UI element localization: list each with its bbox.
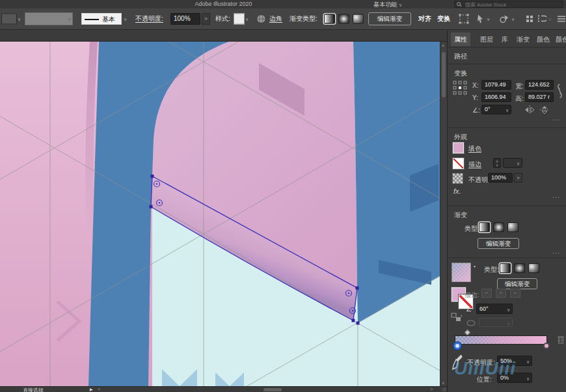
hscroll-left-icon[interactable]: < <box>98 386 101 392</box>
fx-button[interactable]: fx. <box>453 187 461 195</box>
stop-position-select[interactable]: 0% ∨ <box>497 372 532 383</box>
appearance-opacity-spinner[interactable]: > <box>514 173 522 183</box>
scroll-down-icon[interactable]: ∨ <box>442 380 444 385</box>
gradient-type-radial-button[interactable] <box>493 222 504 232</box>
gradient-angle-select[interactable]: 60° ∨ <box>476 304 513 314</box>
stroke-weight-stepper[interactable]: ∧ ∨ <box>493 158 501 168</box>
stroke-color-swatch[interactable] <box>453 158 464 169</box>
opacity-link[interactable]: 不透明度: <box>135 14 163 23</box>
height-input[interactable]: 89.027 r <box>525 92 554 102</box>
chevron-down-icon: ∨ <box>507 307 510 312</box>
artwork <box>0 42 440 386</box>
stroke-link[interactable]: 描边 <box>468 160 481 169</box>
gradient-type-linear-button[interactable] <box>479 222 490 232</box>
fill-swatch-dropdown[interactable] <box>1 14 17 25</box>
tab-properties[interactable]: 属性 <box>451 33 470 46</box>
style-swatch[interactable] <box>234 14 245 25</box>
recolor-artwork-icon[interactable] <box>500 14 509 24</box>
chevron-down-icon[interactable]: ∨ <box>245 17 249 21</box>
gradient-preview-swatch[interactable] <box>451 263 471 282</box>
gradient-type-linear-button[interactable] <box>324 14 335 24</box>
width-input[interactable]: 124.652 <box>525 80 554 90</box>
fill-link[interactable]: 填色 <box>468 144 481 153</box>
opacity-input[interactable]: 100% <box>170 13 200 25</box>
tab-layers[interactable]: 图层 <box>477 33 496 46</box>
variable-width-profile[interactable]: ∨ <box>25 12 73 25</box>
gradient-section-more-options[interactable]: ··· <box>552 250 560 256</box>
gradient-type-radial-button[interactable] <box>338 14 349 24</box>
chevron-down-icon: ∨ <box>526 359 530 364</box>
width-label: 宽: <box>515 82 524 91</box>
fill-color-swatch[interactable] <box>453 142 464 153</box>
appearance-more-options[interactable]: ··· <box>552 194 560 200</box>
stroke-along-button: ⌐ <box>496 289 506 298</box>
chevron-down-icon[interactable]: ∨ <box>487 17 490 21</box>
appearance-section-header: 外观 <box>454 133 467 142</box>
stock-search-box[interactable] <box>454 1 563 8</box>
tab-gradient[interactable]: 渐变 <box>513 33 533 46</box>
gradient-type-freeform-button[interactable] <box>528 263 539 273</box>
arrange-documents-icon[interactable] <box>537 15 546 23</box>
tab-color-guide[interactable]: 颜色参 <box>552 33 566 46</box>
flip-vertical-icon[interactable] <box>540 105 549 114</box>
search-input[interactable] <box>464 1 563 8</box>
chevron-down-icon[interactable]: ∨ <box>511 17 515 21</box>
chevron-down-icon[interactable]: ∨ <box>124 17 127 21</box>
document-setup-globe-icon[interactable] <box>256 14 266 24</box>
gradient-type-freeform-button[interactable] <box>507 222 519 232</box>
gradient-type-linear-button[interactable] <box>500 263 511 273</box>
artboard-canvas[interactable] <box>0 42 440 386</box>
gradient-stop-left-selected[interactable] <box>453 342 461 350</box>
gradient-preset-arrow-icon[interactable]: ▾ <box>474 264 476 268</box>
menu-icon[interactable] <box>558 16 565 23</box>
transform-section-header: 变换 <box>454 69 467 78</box>
y-label: Y: <box>472 94 478 101</box>
reverse-gradient-icon[interactable] <box>451 312 463 322</box>
gradient-stop-right[interactable] <box>543 343 550 349</box>
bounding-box-icon[interactable] <box>459 14 469 24</box>
constrain-proportions-icon[interactable] <box>556 82 564 100</box>
transform-more-options[interactable]: ··· <box>552 116 560 123</box>
scroll-thumb[interactable] <box>442 52 446 98</box>
chevron-down-icon: ∨ <box>526 376 530 381</box>
gradient-type-freeform-button[interactable] <box>353 14 364 24</box>
scroll-up-icon[interactable]: ∧ <box>442 43 444 47</box>
tab-color[interactable]: 颜色 <box>533 33 553 46</box>
brush-definition[interactable]: 基本 <box>81 13 122 25</box>
chevron-down-icon[interactable]: ∨ <box>18 17 21 21</box>
align-label[interactable]: 对齐 <box>418 14 431 23</box>
chevron-down-icon: ∨ <box>505 108 509 112</box>
tab-libraries[interactable]: 库 <box>498 33 511 46</box>
vertical-scrollbar[interactable]: ∧ ∨ <box>440 42 447 386</box>
stroke-weight-select[interactable]: ∨ <box>503 158 522 168</box>
gradient-type-radial-button[interactable] <box>514 263 525 273</box>
title-bar: Adobe Illustrator 2020 基本功能 ∨ <box>0 0 566 8</box>
chevron-down-icon: ∨ <box>68 17 71 21</box>
select-similar-icon[interactable] <box>476 14 485 24</box>
flip-horizontal-icon[interactable] <box>524 105 535 114</box>
gradient-slider-track[interactable] <box>455 335 547 345</box>
resize-grip <box>442 387 446 391</box>
opacity-spinner-button[interactable]: > <box>202 13 210 25</box>
gradient-midpoint-handle[interactable] <box>465 330 471 336</box>
gradient-stroke-label: 描边: <box>465 291 479 300</box>
status-flyout-icon[interactable]: ▶ <box>90 387 93 391</box>
transform-label[interactable]: 变换 <box>437 14 450 23</box>
edit-gradient-button[interactable]: 编辑渐变 <box>497 278 537 289</box>
hscroll-thumb[interactable] <box>263 388 282 391</box>
stop-opacity-select[interactable]: 50% ∨ <box>497 356 532 366</box>
hscroll-right-icon[interactable]: > <box>430 386 433 392</box>
gradient-slider-gradient <box>455 336 546 344</box>
stroke-within-button: ⌐ <box>481 289 492 298</box>
x-input[interactable]: 1079.49 <box>481 80 511 90</box>
appearance-opacity-input[interactable]: 100% <box>488 173 513 183</box>
edit-gradient-button[interactable]: 编辑渐变 <box>478 238 519 249</box>
edit-gradient-button[interactable]: 编辑渐变 <box>368 12 411 25</box>
y-input[interactable]: 1606.94 <box>481 92 511 102</box>
stepper-down-icon[interactable]: ∨ <box>494 163 500 167</box>
rotate-angle-select[interactable]: 0° ∨ <box>481 105 511 114</box>
eyedropper-icon[interactable] <box>452 354 463 371</box>
isolate-mode-icon[interactable] <box>526 15 533 23</box>
corner-link[interactable]: 边角 <box>269 14 282 23</box>
reference-point-locator[interactable] <box>453 81 467 95</box>
